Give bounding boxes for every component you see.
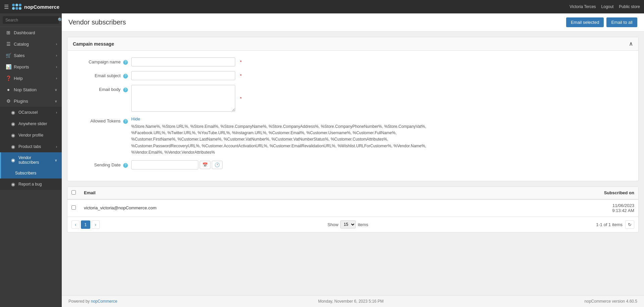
subscribed-col-header: Subscribed on (458, 187, 638, 199)
pagination-show: Show 15 25 50 items (328, 220, 368, 228)
user-name: Victoria Terces (569, 4, 596, 9)
table-header: Email Subscribed on (67, 187, 638, 199)
sales-icon: 🛒 (6, 53, 11, 58)
menu-toggle-icon[interactable]: ☰ (4, 4, 9, 10)
sending-date-input[interactable] (131, 160, 198, 169)
calendar-icon-button[interactable]: 📅 (200, 161, 210, 169)
sidebar-item-label: Help (14, 76, 53, 81)
reports-icon: 📊 (6, 64, 11, 69)
email-all-button[interactable]: Email to all (606, 17, 637, 27)
subscribed-cell: 11/06/20239:13:42 AM (458, 199, 638, 217)
email-value: victoria_victoria@nopCommerce.com (84, 205, 156, 210)
logo-dot (15, 4, 18, 6)
sidebar-item-reports[interactable]: 📊 Reports › (0, 61, 62, 72)
hide-tokens-link[interactable]: Hide (131, 116, 433, 121)
campaign-card-title: Campain message (73, 41, 114, 47)
sidebar-item-label: Report a bug (18, 182, 57, 187)
items-label: items (358, 222, 368, 227)
row-checkbox[interactable] (71, 205, 76, 210)
sidebar-item-vendor-profile[interactable]: ◉ Vendor profile (0, 130, 62, 141)
content-area: Vendor subscribers Email selected Email … (62, 13, 644, 307)
refresh-button[interactable]: ↻ (625, 220, 634, 229)
logo: nopCommerce (12, 4, 59, 10)
chevron-down-icon: ∨ (55, 158, 57, 162)
page-1-button[interactable]: 1 (81, 220, 90, 229)
campaign-name-input[interactable] (131, 57, 235, 66)
vendor-subscribers-icon: ◉ (10, 157, 16, 163)
clock-icon-button[interactable]: 🕐 (212, 161, 222, 169)
content-header: Vendor subscribers Email selected Email … (62, 13, 644, 32)
campaign-name-required: * (240, 59, 242, 64)
campaign-card-header: Campain message ∧ (67, 37, 638, 51)
email-body-required: * (240, 96, 242, 101)
logo-dots (12, 4, 21, 10)
topbar: ☰ nopCommerce Victoria Terces Logout Pub… (0, 0, 644, 13)
show-label: Show (328, 222, 339, 227)
sidebar-item-help[interactable]: ❓ Help › (0, 72, 62, 84)
public-store-link[interactable]: Public store (619, 4, 640, 9)
sidebar-item-catalog[interactable]: ☰ Catalog › (0, 38, 62, 50)
footer-link[interactable]: nopCommerce (91, 299, 117, 304)
sidebar-item-label: Subscribers (15, 171, 57, 175)
product-tabs-icon: ◉ (10, 144, 16, 149)
email-col-header: Email (80, 187, 458, 199)
sidebar-item-dashboard[interactable]: ⊞ Dashboard (0, 27, 62, 38)
email-body-label: Email body ? (74, 85, 128, 92)
chevron-down-icon: ∨ (55, 99, 57, 103)
email-body-textarea[interactable] (131, 85, 235, 112)
subscribers-table: Email Subscribed on victoria_victoria@no… (67, 187, 638, 217)
topbar-left: ☰ nopCommerce (4, 4, 59, 10)
sidebar-item-nop-station[interactable]: ● Nop Station ∨ (0, 84, 62, 95)
report-bug-icon: ◉ (10, 182, 16, 187)
email-subject-label: Email subject ? (74, 71, 128, 79)
sidebar-item-label: Plugins (14, 99, 52, 104)
sidebar-item-subscribers[interactable]: Subscribers (0, 168, 62, 178)
items-per-page-select[interactable]: 15 25 50 (340, 220, 356, 228)
sidebar-item-label: Catalog (14, 42, 53, 47)
sidebar-item-vendor-subscribers[interactable]: ◉ Vendor subscribers ∨ (0, 152, 62, 168)
campaign-name-help-icon[interactable]: ? (123, 60, 128, 65)
subscribers-table-card: Email Subscribed on victoria_victoria@no… (67, 187, 639, 233)
email-subject-help-icon[interactable]: ? (123, 74, 128, 79)
help-icon: ❓ (6, 75, 11, 81)
logout-link[interactable]: Logout (601, 4, 614, 9)
sidebar-item-anywhere-slider[interactable]: ◉ Anywhere slider (0, 118, 62, 130)
sidebar-sub-plugins: ◉ OCarousel › ◉ Anywhere slider ◉ Vendor… (0, 107, 62, 190)
email-subject-input[interactable] (131, 71, 235, 80)
pagination-bar: ‹ 1 › Show 15 25 50 items 1- (67, 217, 638, 232)
chevron-right-icon: › (56, 65, 57, 69)
next-page-button[interactable]: › (92, 220, 100, 229)
logo-dot (19, 7, 21, 10)
sidebar-item-label: Dashboard (14, 30, 57, 35)
chevron-down-icon: ∨ (55, 88, 57, 92)
collapse-icon[interactable]: ∧ (629, 41, 633, 47)
sidebar-item-plugins[interactable]: ⚙ Plugins ∨ (0, 95, 62, 107)
table-header-row: Email Subscribed on (67, 187, 638, 199)
sidebar-item-product-tabs[interactable]: ◉ Product tabs › (0, 141, 62, 152)
plugins-icon: ⚙ (6, 98, 11, 104)
allowed-tokens-group: Allowed Tokens ? Hide %Store.Name%, %Sto… (74, 116, 632, 156)
logo-dot (12, 7, 15, 10)
sidebar-item-ocarousel[interactable]: ◉ OCarousel › (0, 107, 62, 118)
chevron-right-icon: › (56, 145, 57, 149)
sidebar-item-sales[interactable]: 🛒 Sales › (0, 50, 62, 61)
sidebar-search-container: 🔍 (0, 13, 62, 27)
sidebar-nav: ⊞ Dashboard ☰ Catalog › 🛒 Sales › 📊 Repo… (0, 27, 62, 307)
sending-date-help-icon[interactable]: ? (123, 163, 128, 168)
pagination-info: 1-1 of 1 items ↻ (596, 220, 634, 229)
footer-version: nopCommerce version 4.60.5 (585, 299, 637, 304)
email-selected-button[interactable]: Email selected (566, 17, 604, 27)
footer-datetime: Monday, November 6, 2023 5:16 PM (318, 299, 384, 304)
sidebar-item-report-a-bug[interactable]: ◉ Report a bug (0, 178, 62, 190)
table-row: victoria_victoria@nopCommerce.com 11/06/… (67, 199, 638, 217)
ocarousel-icon: ◉ (10, 110, 16, 115)
email-body-help-icon[interactable]: ? (123, 88, 128, 92)
header-buttons: Email selected Email to all (566, 17, 637, 27)
campaign-card-body: Campaign name ? * Email subject ? * (67, 51, 638, 181)
search-wrap: 🔍 (3, 16, 59, 24)
chevron-right-icon: › (56, 54, 57, 57)
prev-page-button[interactable]: ‹ (71, 220, 80, 229)
allowed-tokens-help-icon[interactable]: ? (123, 119, 128, 124)
search-input[interactable] (5, 18, 56, 22)
select-all-checkbox[interactable] (71, 190, 76, 195)
